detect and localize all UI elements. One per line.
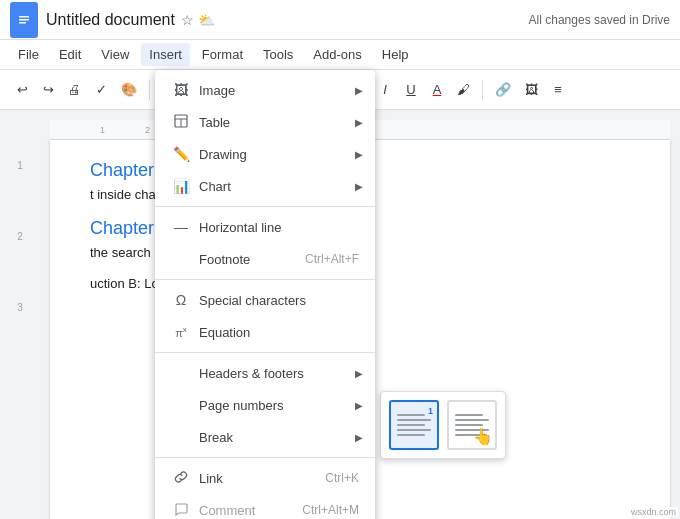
watermark: wsxdn.com [629,507,678,517]
pn-line-8 [455,424,483,426]
toolbar-separator-1 [149,80,150,100]
menu-item-headers-footers[interactable]: Headers & footers [155,357,375,389]
special-chars-label: Special characters [199,293,359,308]
menu-format[interactable]: Format [194,43,251,66]
table-label: Table [199,115,359,130]
menu-item-special-chars[interactable]: Ω Special characters [155,284,375,316]
italic-button[interactable]: I [373,78,397,101]
cursor-hand-icon: 👆 [473,427,493,446]
chart-icon: 📊 [171,178,191,194]
break-label: Break [199,430,359,445]
link-shortcut: Ctrl+K [325,471,359,485]
special-chars-icon: Ω [171,292,191,308]
pn-line-1 [397,414,425,416]
separator-2 [155,279,375,280]
menu-addons[interactable]: Add-ons [305,43,369,66]
menu-item-image[interactable]: 🖼 Image [155,74,375,106]
undo-button[interactable]: ↩ [10,78,34,101]
pn-line-6 [455,414,483,416]
table-icon [171,114,191,131]
document-title[interactable]: Untitled document [46,11,175,29]
text-color-button[interactable]: A [425,78,449,101]
ruler-mark-3: 3 [17,302,23,313]
equation-icon: πx [171,325,191,339]
separator-1 [155,206,375,207]
menu-insert[interactable]: Insert [141,43,190,66]
svg-rect-3 [19,22,26,24]
menu-item-page-numbers[interactable]: Page numbers [155,389,375,421]
ruler-mark-2: 2 [17,231,23,242]
paint-format-button[interactable]: 🎨 [115,78,143,101]
link-button[interactable]: 🔗 [489,78,517,101]
pn-line-5 [397,434,425,436]
horizontal-line-icon: — [171,219,191,235]
pn-line-3 [397,424,425,426]
svg-rect-2 [19,19,29,21]
title-area: Untitled document ☆ ⛅ [46,11,529,29]
menu-view[interactable]: View [93,43,137,66]
separator-3 [155,352,375,353]
svg-rect-1 [19,16,29,18]
ruler-label-2: 2 [145,125,150,135]
drawing-icon: ✏️ [171,146,191,162]
pn-line-4 [397,429,431,431]
ruler-mark-1: 1 [17,160,23,171]
spellcheck-button[interactable]: ✓ [89,78,113,101]
image-label: Image [199,83,359,98]
underline-button[interactable]: U [399,78,423,101]
cloud-save-status: All changes saved in Drive [529,13,670,27]
top-bar: Untitled document ☆ ⛅ All changes saved … [0,0,680,40]
chart-label: Chart [199,179,359,194]
menu-bar: File Edit View Insert Format Tools Add-o… [0,40,680,70]
link-label: Link [199,471,305,486]
menu-help[interactable]: Help [374,43,417,66]
menu-item-link[interactable]: Link Ctrl+K [155,462,375,494]
redo-button[interactable]: ↪ [36,78,60,101]
google-docs-icon [10,2,38,38]
pn-line-7 [455,419,489,421]
image-icon: 🖼 [171,82,191,98]
page-numbers-label: Page numbers [199,398,359,413]
menu-item-chart[interactable]: 📊 Chart [155,170,375,202]
menu-item-drawing[interactable]: ✏️ Drawing [155,138,375,170]
title-icons: ☆ ⛅ [181,12,215,28]
equation-label: Equation [199,325,359,340]
menu-item-comment: Comment Ctrl+Alt+M [155,494,375,519]
highlight-button[interactable]: 🖌 [451,78,476,101]
page-number-tooltip: 1 👆 [380,391,506,459]
page-number-option-1[interactable]: 1 [389,400,439,450]
toolbar-separator-4 [482,80,483,100]
separator-4 [155,457,375,458]
menu-edit[interactable]: Edit [51,43,89,66]
menu-item-table[interactable]: Table [155,106,375,138]
menu-file[interactable]: File [10,43,47,66]
comment-shortcut: Ctrl+Alt+M [302,503,359,517]
left-ruler: 1 2 3 [0,110,40,519]
comment-label: Comment [199,503,282,518]
comment-icon [171,502,191,519]
drawing-label: Drawing [199,147,359,162]
star-icon[interactable]: ☆ [181,12,194,28]
menu-item-footnote[interactable]: Footnote Ctrl+Alt+F [155,243,375,275]
footnote-shortcut: Ctrl+Alt+F [305,252,359,266]
page-number-option-2[interactable]: 👆 [447,400,497,450]
insert-image-button[interactable]: 🖼 [519,78,544,101]
menu-item-break[interactable]: Break [155,421,375,453]
ruler-label-1: 1 [100,125,105,135]
pn-line-2 [397,419,431,421]
footnote-label: Footnote [199,252,285,267]
page-num-indicator-1: 1 [428,406,433,416]
horizontal-line-label: Horizontal line [199,220,359,235]
headers-footers-label: Headers & footers [199,366,359,381]
link-icon [171,470,191,487]
menu-tools[interactable]: Tools [255,43,301,66]
menu-item-equation[interactable]: πx Equation [155,316,375,348]
align-button[interactable]: ≡ [546,78,570,101]
page-num-lines-1: 1 [393,410,435,440]
print-button[interactable]: 🖨 [62,78,87,101]
cloud-icon[interactable]: ⛅ [198,12,215,28]
insert-dropdown-menu: 🖼 Image Table ✏️ Drawing 📊 Chart — Horiz… [155,70,375,519]
document-title-row: Untitled document ☆ ⛅ [46,11,529,29]
menu-item-horizontal-line[interactable]: — Horizontal line [155,211,375,243]
